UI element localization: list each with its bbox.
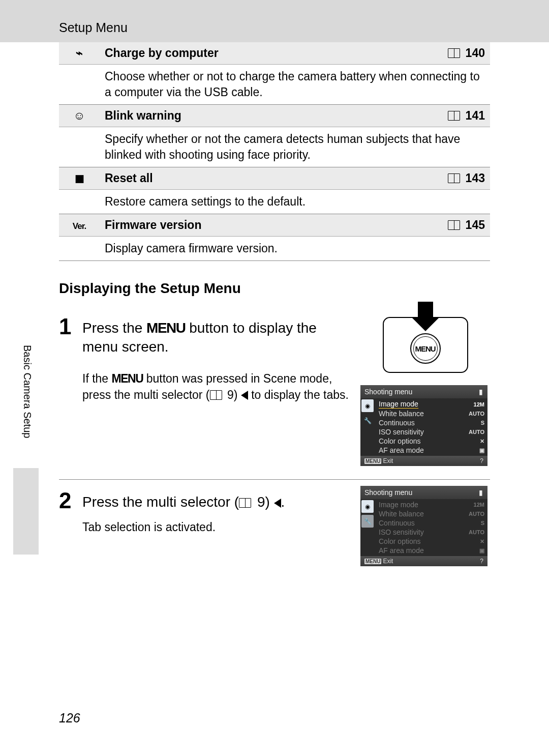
lcd-menu-item: Color options✕	[377, 437, 487, 446]
left-arrow-icon	[241, 391, 248, 400]
step-2: 2 Press the multi selector ( 9) . Tab se…	[59, 486, 350, 535]
camera-lcd-preview-2: Shooting menu ▮ ◉ 🔧 Image mode12MWhite b…	[360, 486, 487, 566]
page-title: Setup Menu	[59, 20, 549, 35]
menu-row-description: Specify whether or not the camera detect…	[59, 127, 490, 167]
step-1-title: Press the MENU button to display the men…	[82, 319, 350, 356]
setup-menu-table: ⌁Charge by computer 140Choose whether or…	[59, 42, 490, 261]
book-icon	[448, 48, 460, 58]
menu-row-description: Display camera firmware version.	[59, 237, 490, 261]
menu-row-page-ref: 143	[432, 167, 490, 190]
lcd-scrollbar-icon: ▮	[479, 388, 483, 396]
step-1: 1 Press the MENU button to display the m…	[59, 312, 350, 403]
lcd-menu-item: White balanceAUTO	[377, 509, 487, 518]
lcd-tab-wrench-icon: 🔧	[361, 515, 374, 528]
side-tab-label: Basic Camera Setup	[21, 345, 33, 438]
book-icon	[448, 111, 460, 121]
side-tab-decoration	[13, 468, 39, 555]
book-icon	[239, 498, 251, 508]
book-icon	[448, 173, 460, 183]
step-number: 2	[59, 490, 82, 511]
lcd-menu-item: ISO sensitivityAUTO	[377, 528, 487, 537]
lcd-menu-item: Image mode12M	[377, 399, 487, 409]
lcd-title: Shooting menu	[364, 388, 412, 396]
book-icon	[210, 390, 222, 400]
book-icon	[448, 220, 460, 230]
menu-row-title: Reset all	[100, 167, 432, 190]
step-1-subtext: If the MENU button was pressed in Scene …	[82, 370, 350, 403]
menu-row-page-ref: 141	[432, 105, 490, 127]
step-2-title: Press the multi selector ( 9) .	[82, 493, 350, 511]
lcd-tab-camera-icon: ◉	[361, 500, 374, 513]
menu-row-description: Choose whether or not to charge the came…	[59, 65, 490, 105]
reset-all-icon: ◼	[59, 167, 100, 190]
menu-row-header: ◼Reset all 143	[59, 167, 490, 190]
lcd-menu-item: White balanceAUTO	[377, 409, 487, 418]
menu-row-title: Firmware version	[100, 214, 432, 237]
blink-warning-icon: ☺	[59, 105, 100, 127]
lcd-menu-item: ContinuousS	[377, 518, 487, 528]
lcd-title: Shooting menu	[364, 488, 412, 497]
lcd-menu-item: ContinuousS	[377, 418, 487, 427]
lcd-menu-item: AF area mode▣	[377, 446, 487, 455]
menu-button-illustration: MENU	[383, 312, 468, 373]
left-arrow-icon	[274, 499, 281, 508]
menu-row-title: Blink warning	[100, 105, 432, 127]
menu-row-page-ref: 140	[432, 42, 490, 65]
section-heading: Displaying the Setup Menu	[59, 280, 490, 297]
lcd-menu-item: Color options✕	[377, 537, 487, 546]
menu-row-header: Ver.Firmware version 145	[59, 214, 490, 237]
menu-row-page-ref: 145	[432, 214, 490, 237]
lcd-scrollbar-icon: ▮	[479, 488, 483, 497]
lcd-help-icon: ?	[480, 558, 483, 565]
step-2-subtext: Tab selection is activated.	[82, 519, 350, 535]
lcd-help-icon: ?	[480, 457, 483, 464]
menu-row-title: Charge by computer	[100, 42, 432, 65]
lcd-menu-item: AF area mode▣	[377, 546, 487, 555]
camera-lcd-preview-1: Shooting menu ▮ ◉ 🔧 Image mode12MWhite b…	[360, 385, 487, 466]
page-number: 126	[59, 711, 80, 725]
lcd-tab-wrench-icon: 🔧	[361, 414, 374, 427]
lcd-menu-item: Image mode12M	[377, 500, 487, 509]
menu-row-header: ☺Blink warning 141	[59, 105, 490, 127]
firmware-version-icon: Ver.	[59, 214, 100, 237]
menu-row-header: ⌁Charge by computer 140	[59, 42, 490, 65]
menu-button-label: MENU	[146, 320, 185, 336]
menu-row-description: Restore camera settings to the default.	[59, 190, 490, 214]
lcd-menu-item: ISO sensitivityAUTO	[377, 427, 487, 437]
down-arrow-icon	[411, 302, 440, 331]
step-number: 1	[59, 316, 82, 337]
lcd-tab-camera-icon: ◉	[361, 399, 374, 412]
charge-by-computer-icon: ⌁	[59, 42, 100, 65]
